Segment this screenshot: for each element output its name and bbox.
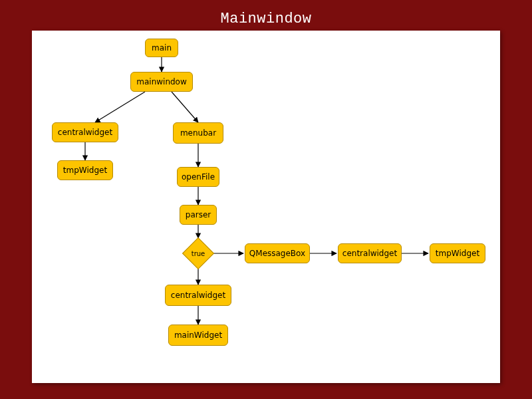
node-centralwidget-left: centralwidget (52, 122, 118, 142)
node-menubar: menubar (173, 122, 223, 144)
node-centralwidget-bottom: centralwidget (165, 285, 231, 306)
slide: Mainwindow (0, 0, 532, 399)
node-true-label: true (183, 238, 213, 269)
node-mainwindow: mainwindow (130, 72, 193, 92)
node-mainwidget: mainWidget (168, 325, 228, 346)
slide-title: Mainwindow (0, 11, 532, 27)
node-parser: parser (180, 205, 217, 225)
node-centralwidget-right: centralwidget (338, 243, 402, 263)
node-openfile: openFile (177, 167, 219, 187)
svg-line-2 (172, 92, 198, 122)
node-main: main (145, 39, 178, 57)
node-true-decision: true (183, 238, 213, 269)
node-qmessagebox: QMessageBox (245, 243, 310, 263)
svg-line-1 (95, 92, 145, 122)
node-tmpwidget-right: tmpWidget (430, 243, 485, 263)
node-tmpwidget-left: tmpWidget (57, 160, 113, 180)
diagram-canvas: main mainwindow centralwidget tmpWidget … (32, 31, 500, 383)
edges-layer (32, 31, 500, 383)
